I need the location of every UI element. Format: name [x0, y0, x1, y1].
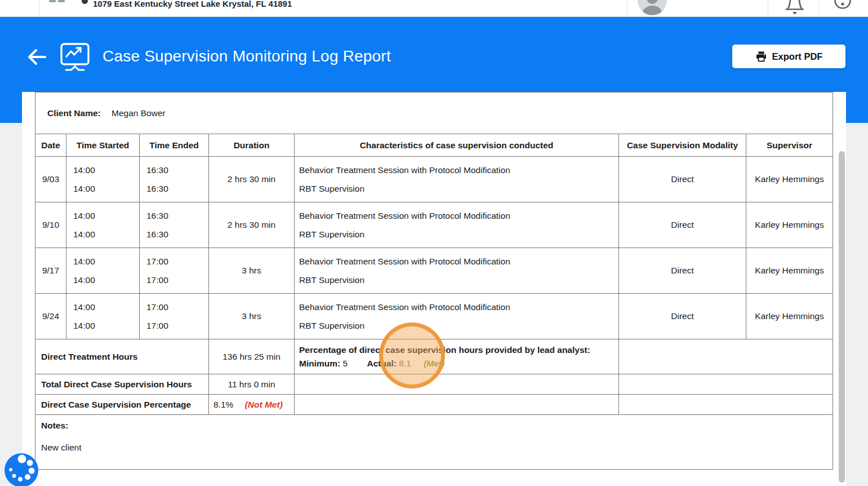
cell-time-started: 14:0014:00	[66, 157, 140, 202]
column-header-supervisor: Supervisor	[746, 134, 833, 157]
cell-duration: 3 hrs	[209, 248, 295, 294]
cell-modality: Direct	[619, 157, 746, 202]
cell-characteristics: Behavior Treatment Session with Protocol…	[295, 202, 619, 248]
empty-cell	[619, 374, 833, 395]
cell-characteristics: Behavior Treatment Session with Protocol…	[295, 157, 619, 202]
cell-time-started: 14:0014:00	[66, 202, 140, 248]
column-header-duration: Duration	[209, 134, 295, 157]
notes-text: New client	[41, 443, 827, 453]
total-supervision-hours-value: 11 hrs 0 min	[209, 374, 295, 395]
actual-label: Actual:	[367, 359, 397, 368]
table-row: 9/24 14:0014:00 17:0017:00 3 hrs Behavio…	[35, 294, 833, 339]
cell-duration: 2 hrs 30 min	[209, 202, 295, 248]
export-pdf-button[interactable]: Export PDF	[732, 45, 845, 68]
divider	[39, 0, 39, 17]
cell-duration: 2 hrs 30 min	[209, 157, 295, 202]
actual-value: 8.1	[399, 359, 411, 368]
column-header-date: Date	[35, 134, 66, 157]
cell-duration: 3 hrs	[209, 294, 295, 339]
empty-cell	[619, 339, 833, 374]
met-status-badge: (Met)	[424, 359, 444, 368]
client-name-row: Client Name: Megan Bower	[35, 92, 833, 134]
cell-date: 9/10	[35, 202, 66, 248]
info-icon[interactable]	[834, 0, 852, 16]
report-card: Client Name: Megan Bower Date Time Start…	[22, 92, 846, 486]
cell-supervisor: Karley Hemmings	[746, 294, 833, 339]
supervision-percentage-value: 8.1%	[213, 400, 233, 409]
cell-date: 9/17	[35, 248, 66, 294]
export-pdf-label: Export PDF	[772, 51, 823, 62]
table-header-row: Date Time Started Time Ended Duration Ch…	[35, 134, 833, 157]
empty-cell	[295, 395, 619, 415]
column-header-time-ended: Time Ended	[140, 134, 209, 157]
notes-row: Notes: New client	[35, 415, 833, 470]
monitor-chart-icon	[59, 40, 91, 73]
not-met-status-badge: (Not Met)	[245, 400, 283, 409]
cell-date: 9/24	[35, 294, 66, 339]
column-header-modality: Case Supervision Modality	[619, 134, 746, 157]
empty-cell	[295, 374, 619, 395]
table-row: 9/17 14:0014:00 17:0017:00 3 hrs Behavio…	[35, 248, 833, 294]
client-name-label: Client Name:	[47, 108, 101, 118]
table-row: 9/03 14:0014:00 16:3016:30 2 hrs 30 min …	[35, 157, 833, 202]
cell-modality: Direct	[619, 248, 746, 294]
building-icon	[58, 0, 65, 2]
cell-time-ended: 16:3016:30	[140, 157, 209, 202]
column-header-time-started: Time Started	[66, 134, 140, 157]
cell-time-ended: 17:0017:00	[140, 248, 209, 294]
cell-supervisor: Karley Hemmings	[746, 157, 833, 202]
cell-time-ended: 17:0017:00	[140, 294, 209, 339]
summary-row-total-supervision: Total Direct Case Supervision Hours 11 h…	[35, 374, 833, 395]
avatar[interactable]	[638, 0, 667, 16]
printer-icon	[755, 51, 767, 63]
top-app-bar: 1079 East Kentucky Street Lake Krystal, …	[0, 0, 868, 17]
page-title: Case Supervision Monitoring Log Report	[103, 47, 391, 65]
divider	[768, 0, 768, 17]
cell-supervisor: Karley Hemmings	[746, 202, 833, 248]
cell-date: 9/03	[35, 157, 66, 202]
summary-row-supervision-percentage: Direct Case Supervision Percentage 8.1% …	[35, 395, 833, 415]
direct-treatment-hours-label: Direct Treatment Hours	[35, 339, 209, 374]
divider	[818, 0, 819, 17]
lead-analyst-percentage-cell: Percentage of direct case supervision ho…	[295, 339, 619, 374]
table-row: 9/10 14:0014:00 16:3016:30 2 hrs 30 min …	[35, 202, 833, 248]
cell-time-started: 14:0014:00	[66, 248, 140, 294]
summary-row-direct-treatment: Direct Treatment Hours 136 hrs 25 min Pe…	[35, 339, 833, 374]
column-header-characteristics: Characteristics of case supervision cond…	[295, 134, 619, 157]
notes-label: Notes:	[41, 421, 827, 431]
cell-characteristics: Behavior Treatment Session with Protocol…	[295, 294, 619, 339]
cell-modality: Direct	[619, 202, 746, 248]
cell-time-ended: 16:3016:30	[140, 202, 209, 248]
minimum-label: Minimum:	[299, 359, 340, 368]
cell-modality: Direct	[619, 294, 746, 339]
direct-treatment-hours-value: 136 hrs 25 min	[209, 339, 295, 374]
feedback-widget-button[interactable]	[3, 452, 40, 486]
supervision-percentage-value-cell: 8.1% (Not Met)	[209, 395, 295, 415]
divider	[627, 0, 627, 17]
cell-characteristics: Behavior Treatment Session with Protocol…	[295, 248, 619, 294]
back-button[interactable]	[25, 46, 47, 68]
minimum-value: 5	[343, 359, 348, 368]
supervision-percentage-label: Direct Case Supervision Percentage	[35, 395, 209, 415]
lead-analyst-percentage-heading: Percentage of direct case supervision ho…	[299, 343, 618, 357]
empty-cell	[619, 395, 833, 415]
client-name-value: Megan Bower	[112, 108, 166, 118]
cell-time-started: 14:0014:00	[66, 294, 140, 339]
cell-supervisor: Karley Hemmings	[746, 248, 833, 294]
building-icon	[49, 0, 56, 2]
vertical-scrollbar[interactable]	[839, 151, 845, 483]
total-supervision-hours-label: Total Direct Case Supervision Hours	[35, 374, 209, 395]
notification-bell-icon[interactable]	[784, 0, 805, 16]
location-pin-icon	[82, 0, 88, 4]
supervision-log-table: Client Name: Megan Bower Date Time Start…	[35, 92, 833, 470]
facility-address: 1079 East Kentucky Street Lake Krystal, …	[93, 0, 292, 8]
